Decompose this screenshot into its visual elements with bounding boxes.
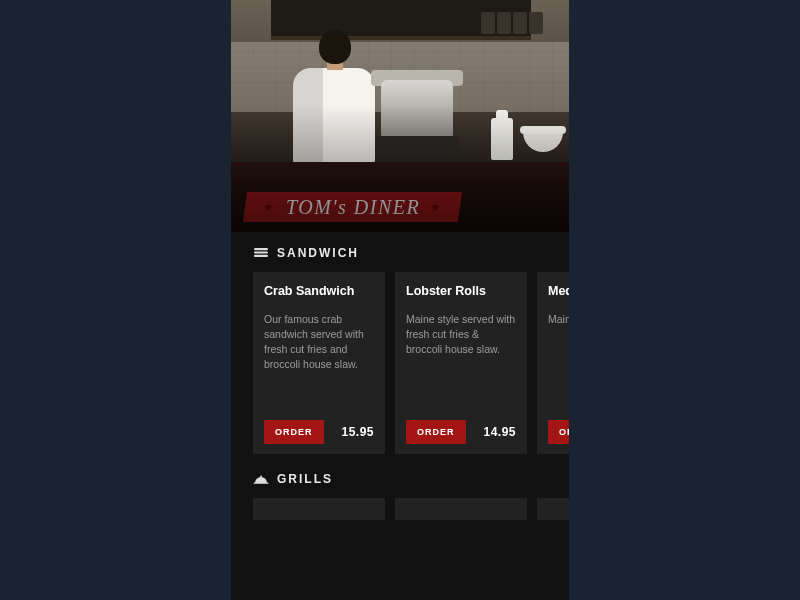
restaurant-title: TOM's DINER	[285, 196, 419, 219]
item-description: Maine style served with fresh cut fries …	[406, 312, 516, 408]
hero-image: ★ TOM's DINER ★	[231, 0, 569, 232]
section-label: GRILLS	[277, 472, 333, 486]
menu-card: Medi Shrimp Main with & bro slaw. ORDER	[537, 272, 569, 454]
svg-rect-2	[254, 255, 268, 257]
svg-rect-1	[254, 251, 268, 253]
order-button[interactable]: ORDER	[406, 420, 466, 444]
menu-card: Crab Sandwich Our famous crab sandwich s…	[253, 272, 385, 454]
item-description: Main with & bro slaw.	[548, 312, 569, 408]
item-price: 14.95	[483, 425, 516, 439]
item-name: Medi Shrimp	[548, 284, 569, 300]
menu-content: SANDWICH Crab Sandwich Our famous crab s…	[231, 232, 569, 520]
svg-rect-3	[254, 483, 269, 484]
item-description: Our famous crab sandwich served with fre…	[264, 312, 374, 408]
app-viewport: ★ TOM's DINER ★ SANDWICH Crab Sandwich O…	[231, 0, 569, 600]
menu-card	[537, 498, 569, 520]
star-icon: ★	[430, 200, 443, 215]
star-icon: ★	[263, 200, 276, 215]
restaurant-title-banner: ★ TOM's DINER ★	[243, 192, 463, 222]
espresso-machine	[371, 70, 463, 162]
menu-card	[395, 498, 527, 520]
sandwich-icon	[253, 247, 269, 259]
grills-cards[interactable]	[253, 498, 569, 520]
cloche-icon	[253, 473, 269, 485]
menu-card	[253, 498, 385, 520]
barista-figure	[289, 30, 379, 170]
section-label: SANDWICH	[277, 246, 359, 260]
item-name: Crab Sandwich	[264, 284, 374, 300]
svg-point-4	[260, 476, 262, 478]
svg-rect-0	[254, 248, 268, 250]
menu-card: Lobster Rolls Maine style served with fr…	[395, 272, 527, 454]
order-button[interactable]: ORDER	[548, 420, 569, 444]
item-name: Lobster Rolls	[406, 284, 516, 300]
section-header-sandwich: SANDWICH	[253, 246, 569, 260]
item-price: 15.95	[341, 425, 374, 439]
hero-scene	[231, 0, 569, 232]
sandwich-cards[interactable]: Crab Sandwich Our famous crab sandwich s…	[253, 272, 569, 454]
section-header-grills: GRILLS	[253, 472, 569, 486]
order-button[interactable]: ORDER	[264, 420, 324, 444]
